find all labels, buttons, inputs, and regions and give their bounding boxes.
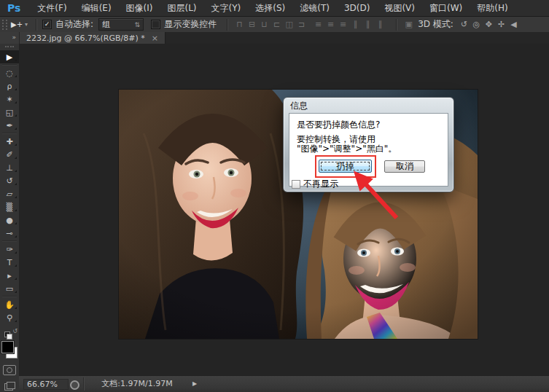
screen-mode-button[interactable] <box>4 382 15 391</box>
menu-item-9[interactable]: 视图(V) <box>377 0 422 16</box>
dont-show-label: 不再显示 <box>303 178 338 190</box>
3d-mode-label: 3D 模式: <box>418 18 453 31</box>
dont-show-checkbox[interactable] <box>292 180 300 189</box>
document-size-field: 文档:1.97M/1.97M <box>86 379 188 389</box>
status-bar: 66.67% 文档:1.97M/1.97M ▶ <box>19 375 549 392</box>
brush-tool[interactable]: ✐ <box>0 148 19 161</box>
shape-tool[interactable]: ▭ <box>0 282 19 295</box>
status-expand-button[interactable]: ▶ <box>192 380 197 387</box>
toolbar-separator <box>2 64 17 66</box>
dialog-question-text: 是否要扔掉颜色信息? <box>297 119 380 131</box>
path-selection-tool[interactable]: ▸ <box>0 269 19 282</box>
align-vertical-centers-icon: ⊟ <box>246 18 258 31</box>
align-left-edges-icon: ⊏ <box>270 18 283 31</box>
auto-select-label: 自动选择: <box>55 18 93 31</box>
menu-item-8[interactable]: 3D(D) <box>337 0 377 16</box>
auto-select-checkbox[interactable]: ✓ <box>42 20 52 29</box>
hand-tool[interactable]: ✋ <box>0 298 19 311</box>
distribute-right-edges-icon: ∥ <box>374 18 386 31</box>
distribute-top-edges-icon: ≡ <box>312 18 324 31</box>
menu-item-5[interactable]: 文字(Y) <box>204 0 249 16</box>
tab-close-icon[interactable]: × <box>152 34 158 43</box>
foreground-color-swatch[interactable] <box>1 341 14 353</box>
dodge-tool[interactable]: ⊸ <box>0 227 19 240</box>
color-swatches <box>1 341 17 358</box>
menu-item-3[interactable]: 图像(I) <box>119 0 160 16</box>
distribute-vertical-centers-icon: ≡ <box>324 18 337 31</box>
clone-stamp-tool[interactable]: ⊥ <box>0 161 19 174</box>
toolbar-separator <box>2 133 17 134</box>
tools-panel: ▶◌ρ✶◱✒✚✐⊥↺▱▒●⊸✑T▸▭✋⚲ ↺ <box>0 44 19 392</box>
dropdown-stepper-icon: ⇅ <box>135 21 141 28</box>
distribute-icons-group: ≡≡≡∥∥∥ <box>312 18 386 31</box>
menu-item-10[interactable]: 窗口(W) <box>422 0 470 16</box>
zoom-tool[interactable]: ⚲ <box>0 311 19 324</box>
show-transform-checkbox[interactable] <box>151 20 160 29</box>
document-tab-title: 2232.jpg @ 66.7%(RGB/8#) * <box>26 34 145 43</box>
crop-tool[interactable]: ◱ <box>0 106 19 119</box>
menu-item-7[interactable]: 滤镜(T) <box>292 0 337 16</box>
history-brush-tool[interactable]: ↺ <box>0 174 19 187</box>
move-tool[interactable]: ▶ <box>0 50 19 63</box>
3d-drag-icon[interactable]: ✥ <box>483 18 495 31</box>
show-transform-label: 显示变换控件 <box>164 18 217 31</box>
toolbar-collapse-button[interactable]: » <box>0 32 19 44</box>
tool-preset-picker[interactable]: ▶+ ▾ <box>11 20 28 28</box>
3d-mode-icons-group: ↺◎✥✢◀ <box>458 18 520 31</box>
auto-select-target-dropdown[interactable]: 组 ⇅ <box>98 18 144 31</box>
menu-bar: Ps 文件(F)编辑(E)图像(I)图层(L)文字(Y)选择(S)滤镜(T)3D… <box>0 0 549 17</box>
3d-rotate-icon[interactable]: ↺ <box>458 18 470 31</box>
auto-align-layers-icon: ▣ <box>402 18 415 31</box>
menu-item-2[interactable]: 编辑(E) <box>74 0 119 16</box>
eraser-tool[interactable]: ▱ <box>0 187 19 200</box>
eyedropper-tool[interactable]: ✒ <box>0 119 19 132</box>
gradient-tool[interactable]: ▒ <box>0 200 19 213</box>
status-clock-icon <box>70 380 79 390</box>
menu-item-1[interactable]: 文件(F) <box>30 0 74 16</box>
menu-item-11[interactable]: 帮助(H) <box>470 0 515 16</box>
chevron-down-icon: ▾ <box>25 21 28 28</box>
panel-drag-dots[interactable] <box>5 46 14 49</box>
menu-item-6[interactable]: 选择(S) <box>248 0 292 16</box>
align-top-edges-icon: ⊓ <box>233 18 246 31</box>
blur-tool[interactable]: ● <box>0 213 19 227</box>
default-colors-icon[interactable]: ↺ <box>4 330 15 337</box>
swap-colors-icon[interactable]: ↺ <box>12 328 17 334</box>
lasso-tool[interactable]: ρ <box>0 79 19 93</box>
marquee-tool[interactable]: ◌ <box>0 66 19 79</box>
document-tab[interactable]: 2232.jpg @ 66.7%(RGB/8#) * × <box>20 32 166 44</box>
menu-item-4[interactable]: 图层(L) <box>160 0 203 16</box>
annotation-highlight-box <box>315 155 376 178</box>
align-right-edges-icon: ⊐ <box>295 18 308 31</box>
dropdown-value: 组 <box>102 19 110 30</box>
quick-selection-tool[interactable]: ✶ <box>0 93 19 106</box>
photoshop-logo: Ps <box>0 2 30 14</box>
pen-tool[interactable]: ✑ <box>0 243 19 256</box>
3d-slide-icon[interactable]: ✢ <box>495 18 507 31</box>
distribute-bottom-edges-icon: ≡ <box>337 18 349 31</box>
type-tool[interactable]: T <box>0 256 19 269</box>
distribute-left-edges-icon: ∥ <box>349 18 362 31</box>
dialog-title: 信息 <box>290 100 308 112</box>
options-separator <box>227 19 228 31</box>
zoom-level-field[interactable]: 66.67% <box>23 379 69 390</box>
canvas-area <box>19 44 549 375</box>
quick-mask-button[interactable] <box>3 365 16 375</box>
info-dialog: 信息 是否要扔掉颜色信息? 要控制转换，请使用 "图像">"调整">"黑白"。 … <box>283 97 454 192</box>
options-bar-grip[interactable] <box>2 20 7 30</box>
move-tool-icon: ▶+ <box>11 20 23 28</box>
toolbar-separator <box>2 240 17 242</box>
toolbar-separator <box>2 296 17 297</box>
options-separator <box>36 19 37 31</box>
healing-brush-tool[interactable]: ✚ <box>0 135 19 148</box>
align-horizontal-centers-icon: ◫ <box>283 18 295 31</box>
options-bar: ▶+ ▾ ✓ 自动选择: 组 ⇅ 显示变换控件 ⊓⊟⊔⊏◫⊐ ≡≡≡∥∥∥ ▣ … <box>0 17 549 33</box>
dialog-hint-text-2: "图像">"调整">"黑白"。 <box>297 143 397 155</box>
status-divider <box>83 377 85 391</box>
cancel-button[interactable]: 取消 <box>384 160 425 173</box>
distribute-horizontal-centers-icon: ∥ <box>362 18 374 31</box>
3d-roll-icon[interactable]: ◎ <box>470 18 483 31</box>
align-bottom-edges-icon: ⊔ <box>258 18 270 31</box>
dialog-content: 是否要扔掉颜色信息? 要控制转换，请使用 "图像">"调整">"黑白"。 扔掉 … <box>289 113 448 187</box>
3d-scale-icon[interactable]: ◀ <box>507 18 520 31</box>
